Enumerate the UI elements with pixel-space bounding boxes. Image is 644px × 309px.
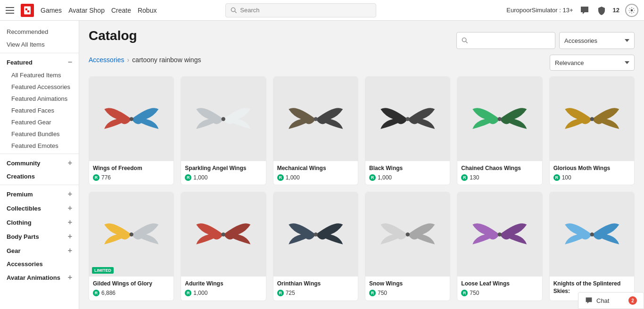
product-card[interactable]: Chained Chaos WingsR130 (457, 76, 542, 185)
sidebar-body-parts-section[interactable]: Body Parts + (0, 229, 79, 244)
collectibles-expand-icon: + (68, 204, 72, 212)
product-card[interactable]: Loose Leaf WingsR750 (457, 192, 542, 301)
category-dropdown-label: Accessories (564, 37, 597, 44)
product-name: Black Wings (369, 165, 446, 172)
sidebar: Recommended View All Items Featured − Al… (0, 21, 79, 309)
product-card[interactable]: Glorious Moth WingsR100 (549, 76, 635, 185)
sidebar-community-section[interactable]: Community + (0, 156, 79, 170)
product-card[interactable]: Mechanical WingsR1,000 (273, 76, 358, 185)
sidebar-accessories-section[interactable]: Accessories (0, 258, 79, 270)
product-thumbnail (273, 77, 358, 161)
product-name: Orinthian Wings (277, 280, 354, 288)
product-card[interactable]: LIMITEDGilded Wings of GloryR6,886 (89, 192, 174, 301)
catalog-search-icon (462, 37, 468, 44)
sidebar-item-view-all[interactable]: View All Items (0, 38, 79, 51)
nav-right: EuropoorSimulator : 13+ 12 (506, 4, 638, 17)
product-info: Adurite WingsR1,000 (181, 276, 265, 300)
sidebar-featured-faces[interactable]: Featured Faces (0, 105, 79, 116)
sidebar-all-featured[interactable]: All Featured Items (0, 69, 79, 81)
product-info: Wings of FreedomR776 (89, 161, 173, 185)
product-grid: Wings of FreedomR776 Sparkling Angel Win… (89, 76, 635, 301)
sidebar-featured-animations[interactable]: Featured Animations (0, 93, 79, 105)
svg-rect-3 (27, 10, 29, 12)
chat-icon-button[interactable] (579, 5, 590, 16)
product-info: Mechanical WingsR1,000 (273, 161, 358, 185)
breadcrumb-separator: › (127, 56, 129, 64)
svg-rect-1 (24, 6, 31, 14)
sidebar-avatar-animations-section[interactable]: Avatar Animations + (0, 270, 79, 285)
svg-point-6 (631, 9, 633, 11)
robux-count: 12 (613, 7, 619, 14)
sidebar-featured-accessories[interactable]: Featured Accessories (0, 81, 79, 93)
svg-point-13 (498, 117, 502, 121)
category-dropdown[interactable]: Accessories (559, 32, 635, 49)
price-value: 1,000 (286, 174, 300, 181)
product-price: R1,000 (185, 290, 262, 296)
sidebar-featured-emotes[interactable]: Featured Emotes (0, 140, 79, 152)
top-search-box[interactable] (225, 3, 376, 17)
product-card[interactable]: Orinthian WingsR725 (273, 192, 358, 301)
product-name: Adurite Wings (185, 280, 262, 288)
product-info: Glorious Moth WingsR100 (550, 161, 634, 185)
svg-point-7 (462, 38, 466, 41)
settings-gear-icon[interactable] (625, 4, 638, 17)
breadcrumb-root[interactable]: Accessories (89, 56, 124, 64)
svg-point-4 (231, 8, 235, 11)
product-thumbnail: LIMITED (89, 192, 173, 276)
svg-point-16 (222, 232, 225, 236)
product-price: R1,000 (369, 174, 446, 181)
product-info: Sparkling Angel WingsR1,000 (181, 161, 265, 185)
breadcrumb: Accessories › cartoony rainbow wings (89, 56, 201, 64)
product-card[interactable]: Wings of FreedomR776 (89, 76, 174, 185)
svg-rect-2 (25, 8, 27, 10)
chat-bar[interactable]: Chat 2 (578, 292, 644, 309)
product-card[interactable]: Adurite WingsR1,000 (181, 192, 266, 301)
robux-icon: R (277, 174, 284, 181)
product-thumbnail (457, 192, 542, 276)
product-thumbnail (550, 77, 634, 161)
sidebar-featured-section[interactable]: Featured − (0, 55, 79, 69)
product-price: R1,000 (277, 174, 354, 181)
product-name: Chained Chaos Wings (461, 165, 538, 172)
top-search-input[interactable] (240, 7, 371, 14)
product-price: R6,886 (93, 290, 170, 296)
svg-point-14 (590, 117, 594, 121)
sidebar-premium-section[interactable]: Premium + (0, 187, 79, 201)
product-thumbnail (181, 77, 265, 161)
price-value: 130 (470, 174, 479, 181)
sidebar-gear-section[interactable]: Gear + (0, 244, 79, 258)
svg-point-9 (129, 117, 133, 121)
price-value: 750 (378, 290, 387, 296)
sidebar-collectibles-section[interactable]: Collectibles + (0, 201, 79, 215)
product-card[interactable]: Black WingsR1,000 (365, 76, 450, 185)
sidebar-featured-bundles[interactable]: Featured Bundles (0, 128, 79, 140)
sidebar-creations-section[interactable]: Creations (0, 170, 79, 183)
sidebar-item-recommended[interactable]: Recommended (0, 25, 79, 38)
sort-dropdown[interactable]: Relevance (550, 55, 635, 71)
product-card[interactable]: Sparkling Angel WingsR1,000 (181, 76, 266, 185)
catalog-search-input[interactable]: cartoony rainbow wings (471, 37, 550, 44)
product-card[interactable]: Snow WingsR750 (365, 192, 450, 301)
svg-point-10 (222, 117, 225, 121)
nav-games[interactable]: Games (41, 7, 62, 14)
roblox-logo[interactable] (21, 4, 34, 17)
product-price: R776 (93, 174, 170, 181)
chat-count-badge: 2 (628, 296, 637, 305)
product-info: Snow WingsR750 (365, 276, 450, 300)
sidebar-featured-gear[interactable]: Featured Gear (0, 116, 79, 128)
sidebar-clothing-section[interactable]: Clothing + (0, 215, 79, 229)
breadcrumb-current: cartoony rainbow wings (132, 56, 201, 64)
nav-avatar-shop[interactable]: Avatar Shop (68, 7, 105, 14)
price-value: 1,000 (193, 290, 207, 296)
nav-robux[interactable]: Robux (138, 7, 157, 14)
product-info: Loose Leaf WingsR750 (457, 276, 542, 300)
product-thumbnail (181, 192, 265, 276)
hamburger-menu[interactable] (6, 7, 14, 14)
nav-create[interactable]: Create (111, 7, 131, 14)
shield-icon-button[interactable] (596, 5, 607, 16)
product-card[interactable]: Knights of the Splintered Skies: (549, 192, 635, 301)
robux-icon: R (461, 290, 468, 296)
search-icon (231, 7, 237, 14)
catalog-search-box[interactable]: cartoony rainbow wings (456, 32, 555, 49)
price-value: 6,886 (101, 290, 116, 296)
